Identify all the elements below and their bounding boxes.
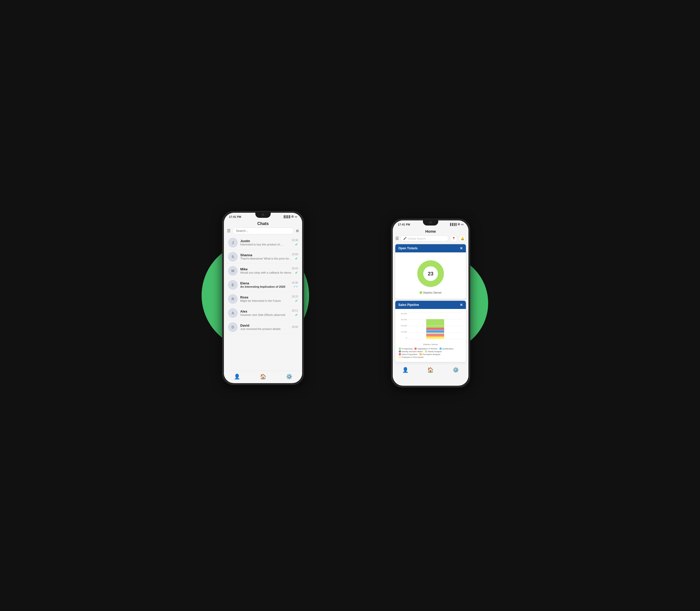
- chat-meta: 18:11 ✔: [292, 309, 298, 317]
- battery-icon-right: ▭: [461, 223, 463, 226]
- chats-title: Chats: [224, 219, 302, 227]
- search-input[interactable]: [236, 229, 290, 233]
- open-tickets-header: Open Tickets ✕: [395, 244, 466, 252]
- open-tickets-close[interactable]: ✕: [460, 246, 463, 250]
- bar-legend-dot: [425, 351, 427, 353]
- open-tickets-widget: Open Tickets ✕ 23: [395, 244, 466, 299]
- bar-legend-item: Perception Analysis: [420, 353, 440, 356]
- sales-pipeline-widget: Sales Pipeline ✕: [395, 301, 466, 362]
- home-title: Home: [393, 227, 469, 235]
- search-wrapper[interactable]: [232, 227, 294, 234]
- bar-legend-dot: [414, 347, 416, 350]
- scene: 17:41 PM ▐▐▐▐ ⦿ ▭ Chats ☰ ⚙: [209, 191, 491, 421]
- bar-col-1: [408, 315, 462, 339]
- bar-legend-label: Qualification: [442, 347, 454, 350]
- y-label-10k: 10,000: [399, 331, 407, 333]
- chat-preview: An Interesting Implication of 2020: [240, 285, 292, 288]
- signal-icon-right: ▐▐▐▐: [449, 223, 456, 226]
- chat-meta: 18:30 ✔✔: [292, 281, 298, 288]
- chat-meta: 18:42 ✔: [292, 267, 298, 275]
- status-time-left: 17:41 PM: [229, 215, 241, 218]
- chat-preview: However rare Side Effects observed: [240, 313, 292, 316]
- nav-profile-right[interactable]: 👤: [402, 367, 409, 373]
- chat-body: David Just received the product details: [240, 324, 292, 330]
- bar-legend-item: Value Proposition: [399, 353, 417, 356]
- global-search-placeholder: Global Search: [408, 237, 426, 240]
- whatsapp-icon: ✔: [295, 242, 298, 247]
- y-label-30k: 30,000: [399, 318, 407, 321]
- nav-profile-left[interactable]: 👤: [234, 373, 240, 379]
- bar-legend-label: Perception Analysis: [422, 353, 440, 356]
- bar-chart-area: 40,000 30,000 20,000 10,000 0: [399, 313, 462, 343]
- bar-legend-item: Proposal or Price Quote: [399, 356, 423, 358]
- bar-legend-label: Needs Analysis: [428, 351, 442, 353]
- screen-right: 17:41 PM ▐▐▐▐ ⦿ ▭ Home ☰ 🎤 Global Search…: [393, 220, 469, 386]
- bar-legend-item: Prospecting: [399, 347, 412, 350]
- chat-time: 19:00: [292, 253, 298, 256]
- bar-legend-dot: [420, 353, 422, 355]
- chat-item[interactable]: R Rose Might be Interested in the Future…: [226, 292, 300, 306]
- screen-left: 17:41 PM ▐▐▐▐ ⦿ ▭ Chats ☰ ⚙: [224, 213, 302, 383]
- bar-legend-label: Prospecting: [402, 347, 412, 350]
- home-search-bar: ☰ 🎤 Global Search 📍 🔔: [393, 235, 469, 242]
- battery-icon: ▭: [295, 215, 297, 218]
- phone-right: 17:41 PM ▐▐▐▐ ⦿ ▭ Home ☰ 🎤 Global Search…: [391, 219, 470, 388]
- chat-body: Justin Interested to buy this product of…: [240, 239, 292, 246]
- chat-body: Rose Might be Interested in the Future: [240, 295, 292, 302]
- search-bar: ☰ ⚙: [224, 227, 302, 234]
- bar-legend-item: Qualification: [440, 347, 454, 350]
- chat-item[interactable]: J Justin Interested to buy this product …: [226, 236, 300, 250]
- stacked-bar: [426, 315, 444, 339]
- home-app: Home ☰ 🎤 Global Search 📍 🔔 Open Tickets …: [393, 227, 469, 385]
- bar-segment: [426, 328, 444, 330]
- chat-item[interactable]: S Shanna Thant's Awesome! What is the pr…: [226, 250, 300, 264]
- donut-value: 23: [428, 271, 433, 277]
- chat-avatar: R: [228, 294, 238, 304]
- chat-name: Alex: [240, 310, 292, 313]
- chats-app: Chats ☰ ⚙ J Justin Interested to buy thi…: [224, 219, 302, 383]
- chat-meta: 19:30 ✔: [292, 239, 298, 247]
- bell-icon-btn[interactable]: 🔔: [459, 235, 466, 242]
- chat-preview: Would you okay with a callback for demo: [240, 271, 292, 274]
- chat-name: Shanna: [240, 253, 292, 257]
- y-label-20k: 20,000: [399, 325, 407, 327]
- chat-avatar: J: [228, 238, 238, 248]
- nav-settings-right[interactable]: ⚙️: [453, 367, 459, 373]
- bar-legend-item: Nagotiation or Review: [414, 347, 437, 350]
- global-search-wrapper[interactable]: 🎤 Global Search: [400, 236, 448, 241]
- bar-chart-container: 40,000 30,000 20,000 10,000 0 Stephen St…: [398, 312, 463, 359]
- chat-body: Elena An Interesting Implication of 2020: [240, 281, 292, 288]
- wifi-icon-right: ⦿: [457, 223, 460, 226]
- chat-avatar: D: [228, 322, 238, 332]
- sales-pipeline-header: Sales Pipeline ✕: [395, 301, 466, 309]
- location-icon-btn[interactable]: 📍: [450, 235, 457, 242]
- chat-body: Alex However rare Side Effects observed: [240, 310, 292, 316]
- nav-home-left[interactable]: 🏠: [260, 373, 267, 379]
- bar-legend-item: Needs Analysis: [425, 351, 442, 353]
- nav-settings-left[interactable]: ⚙️: [286, 373, 292, 379]
- nav-home-right[interactable]: 🏠: [427, 367, 433, 373]
- chat-name: Elena: [240, 281, 292, 285]
- sales-pipeline-close[interactable]: ✕: [460, 303, 463, 307]
- double-tick-icon: ✔✔: [293, 285, 298, 288]
- hamburger-right[interactable]: ☰: [395, 236, 399, 241]
- filter-icon[interactable]: ⚙: [296, 229, 299, 233]
- chat-avatar: S: [228, 252, 238, 262]
- mic-icon: 🎤: [403, 237, 407, 240]
- chat-preview: Just received the product details: [240, 327, 292, 330]
- chat-item[interactable]: A Alex However rare Side Effects observe…: [226, 306, 300, 320]
- chat-time: 18:20: [292, 295, 298, 298]
- chat-avatar: E: [228, 280, 238, 290]
- chat-meta: 19:00 ✔: [292, 253, 298, 260]
- chat-item[interactable]: M Mike Would you okay with a callback fo…: [226, 264, 300, 278]
- chat-avatar: M: [228, 266, 238, 276]
- chat-item[interactable]: E Elena An Interesting Implication of 20…: [226, 278, 300, 292]
- hamburger-icon[interactable]: ☰: [227, 228, 230, 233]
- chat-name: Justin: [240, 239, 292, 243]
- notch-right: [423, 219, 438, 225]
- chat-item[interactable]: D David Just received the product detail…: [226, 320, 300, 334]
- chat-time: 18:00: [292, 326, 298, 328]
- bar-legend-item: Identify Decision Maker: [399, 351, 423, 353]
- chat-time: 18:42: [292, 267, 298, 270]
- bar-legend-label: Nagotiation or Review: [417, 347, 437, 350]
